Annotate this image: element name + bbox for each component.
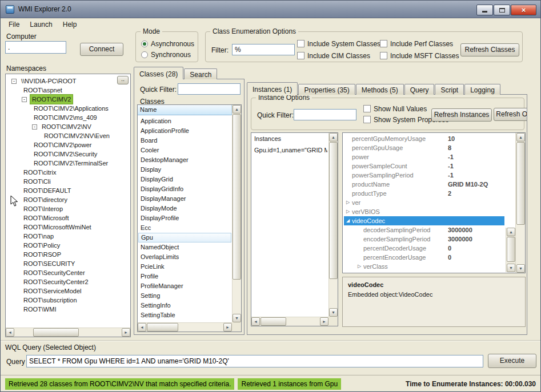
namespace-node[interactable]: ROOT\SECURITY: [7, 259, 129, 268]
tab-script[interactable]: Script: [435, 84, 464, 95]
expand-icon[interactable]: ▷: [344, 198, 352, 207]
scroll-down-icon[interactable]: ▼: [233, 314, 241, 322]
property-row[interactable]: powerSampleCount-1: [344, 161, 504, 171]
expand-icon[interactable]: ▷: [355, 262, 363, 271]
namespace-node[interactable]: ROOT\DEFAULT: [7, 186, 129, 195]
namespace-node[interactable]: ROOT\nap: [7, 232, 129, 241]
tab-logging[interactable]: Logging: [464, 84, 500, 95]
tree-collapse-icon[interactable]: -: [22, 97, 27, 102]
tab-instances-1[interactable]: Instances (1): [247, 82, 298, 95]
class-item[interactable]: PcieLink: [138, 262, 231, 272]
nested-vscroll-thumb[interactable]: [507, 237, 515, 262]
property-row[interactable]: decoderSamplingPeriod3000000: [344, 225, 504, 235]
namespace-node[interactable]: ROOT\CIMV2\TerminalSer: [7, 159, 129, 168]
property-row[interactable]: ◢videoCodec: [344, 216, 504, 225]
namespace-node[interactable]: ROOT\subscription: [7, 296, 129, 305]
class-item[interactable]: SettingTable: [138, 310, 231, 320]
tree-hscroll-thumb[interactable]: [33, 328, 79, 337]
namespace-node[interactable]: ROOT\Policy: [7, 241, 129, 250]
class-item[interactable]: OverlapLimits: [138, 252, 231, 262]
scroll-down-icon[interactable]: ▼: [329, 308, 338, 317]
tree-collapse-icon[interactable]: -: [11, 79, 17, 84]
namespace-node[interactable]: ROOT\MicrosoftWmiNet: [7, 223, 129, 232]
classes-hscroll-thumb[interactable]: [147, 323, 178, 332]
class-item[interactable]: DisplayManager: [138, 194, 231, 204]
tree-corner-button[interactable]: ..: [117, 76, 129, 84]
property-row[interactable]: percentEncoderUsage0: [344, 253, 504, 262]
scroll-right-icon[interactable]: ►: [122, 328, 130, 337]
maximize-button[interactable]: [494, 5, 510, 15]
checkbox-include-perf-classes[interactable]: Include Perf Classes: [380, 38, 463, 49]
class-item[interactable]: Cooler: [138, 146, 231, 155]
class-item[interactable]: DesktopManager: [138, 155, 231, 165]
name-column-header[interactable]: Name: [138, 105, 232, 115]
menu-item-launch[interactable]: Launch: [25, 19, 57, 30]
classes-vscroll-thumb[interactable]: [233, 114, 241, 280]
class-item[interactable]: Display: [138, 165, 231, 175]
namespace-node[interactable]: ROOT\CIMV2\ms_409: [7, 113, 129, 122]
classes-quick-filter-input[interactable]: [178, 83, 241, 95]
filter-input[interactable]: %: [232, 44, 295, 55]
property-row[interactable]: encoderSamplingPeriod3000000: [344, 235, 504, 244]
property-row[interactable]: powerSamplingPeriod-1: [344, 171, 504, 180]
namespace-node[interactable]: ROOT\WMI: [7, 305, 129, 314]
property-row[interactable]: ▷ver: [344, 198, 504, 207]
scroll-down-icon[interactable]: ▼: [516, 264, 525, 273]
instance-item[interactable]: Gpu.id=1,uname="GRID M10: [254, 146, 327, 155]
mode-radio-asynchronous[interactable]: Asynchronous: [141, 38, 194, 49]
class-item[interactable]: Setting: [138, 291, 231, 301]
property-row[interactable]: productType2: [344, 189, 504, 198]
class-item[interactable]: ApplicationProfile: [138, 126, 231, 136]
classes-hscrollbar[interactable]: ◄ ►: [138, 322, 232, 332]
namespace-node[interactable]: ROOT\SecurityCenter2: [7, 277, 129, 286]
menu-item-help[interactable]: Help: [58, 19, 82, 30]
tab-search[interactable]: Search: [184, 68, 217, 79]
namespace-node[interactable]: -\\NVIDIA-PC\ROOT: [7, 76, 129, 86]
propgrid-vscrollbar[interactable]: ▲ ▼: [515, 133, 525, 273]
scroll-left-icon[interactable]: ◄: [6, 328, 14, 337]
class-item[interactable]: DisplayMode: [138, 204, 231, 213]
expand-icon[interactable]: ▷: [344, 207, 352, 216]
instances-hscrollbar[interactable]: ◄ ►: [251, 317, 328, 326]
namespace-node[interactable]: ROOT\RSOP: [7, 250, 129, 259]
class-item[interactable]: Profile: [138, 272, 231, 281]
propgrid-vscroll-thumb[interactable]: [516, 142, 525, 225]
checkbox-include-cim-classes[interactable]: Include CIM Classes: [297, 50, 380, 61]
instances-vscroll-thumb[interactable]: [329, 142, 338, 279]
property-row[interactable]: ▷verVBIOS: [344, 207, 504, 216]
computer-input[interactable]: [5, 41, 66, 54]
tree-hscrollbar[interactable]: ◄ ►: [6, 328, 130, 337]
class-item[interactable]: DisplayGridInfo: [138, 184, 231, 194]
scroll-up-icon[interactable]: ▲: [507, 228, 515, 236]
query-input[interactable]: [26, 355, 483, 367]
namespace-node[interactable]: ROOT\CIMV2\NV\Even: [7, 131, 129, 140]
property-row[interactable]: percentDecoderUsage0: [344, 244, 504, 253]
namespace-node[interactable]: ROOT\CIMV2\Applications: [7, 104, 129, 113]
class-item[interactable]: SettingInfo: [138, 301, 231, 310]
scroll-down-icon[interactable]: ▼: [507, 264, 515, 272]
instances-hscroll-thumb[interactable]: [261, 317, 286, 326]
class-item[interactable]: Gpu: [138, 233, 231, 243]
checkbox-include-system-classes[interactable]: Include System Classes: [297, 38, 380, 49]
scroll-right-icon[interactable]: ►: [320, 317, 328, 326]
property-row[interactable]: percentGpuMemoryUsage10: [344, 134, 504, 143]
scroll-left-icon[interactable]: ◄: [138, 323, 146, 332]
nested-vscrollbar[interactable]: ▲ ▼: [506, 228, 515, 272]
tree-collapse-icon[interactable]: -: [32, 124, 37, 130]
class-item[interactable]: DisplayProfile: [138, 213, 231, 223]
mode-radio-synchronous[interactable]: Synchronous: [141, 49, 194, 60]
tab-methods-5[interactable]: Methods (5): [356, 84, 404, 95]
menu-item-file[interactable]: File: [3, 19, 25, 30]
scroll-left-icon[interactable]: ◄: [251, 317, 260, 326]
namespace-node[interactable]: ROOT\Microsoft: [7, 213, 129, 223]
namespace-node[interactable]: ROOT\Interop: [7, 204, 129, 213]
property-row[interactable]: ▷verClass: [344, 262, 504, 271]
refresh-instances-button[interactable]: Refresh Instances: [431, 108, 492, 122]
namespace-node[interactable]: -ROOT\CIMV2\NV: [7, 122, 129, 131]
namespace-node[interactable]: ROOT\ServiceModel: [7, 286, 129, 296]
scroll-up-icon[interactable]: ▲: [329, 133, 338, 142]
minimize-button[interactable]: [476, 5, 493, 15]
class-item[interactable]: DisplayGrid: [138, 175, 231, 184]
execute-button[interactable]: Execute: [488, 354, 536, 368]
scroll-up-icon[interactable]: ▲: [233, 105, 241, 114]
